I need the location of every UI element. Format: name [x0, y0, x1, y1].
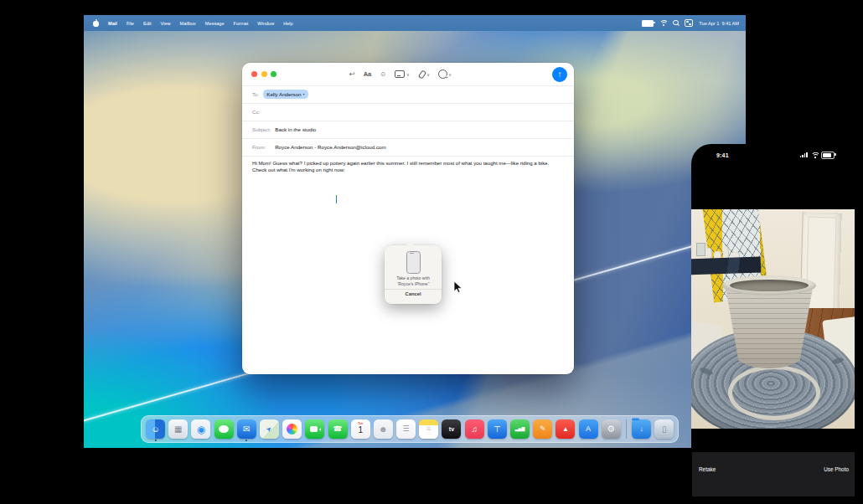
dock-contacts-icon[interactable]: ☻: [374, 419, 393, 439]
menu-window[interactable]: Window: [257, 21, 274, 26]
undo-icon[interactable]: ↩: [349, 71, 355, 78]
apple-menu-icon[interactable]: [93, 20, 99, 27]
toolbar-icons: ↩ Aa ☺ ∨ ∨ ∨: [349, 63, 452, 85]
emoji-icon[interactable]: ☺: [380, 71, 386, 78]
camera-action-bar: Retake Use Photo: [692, 452, 855, 496]
control-center-icon[interactable]: [685, 19, 693, 27]
keynote-glyph: ⊤: [494, 425, 501, 434]
dock-pages-icon[interactable]: ✎: [533, 419, 552, 439]
menu-help[interactable]: Help: [283, 21, 293, 26]
iphone-screen: 9:41 Retake Use Photo: [691, 144, 863, 504]
dock-safari-icon[interactable]: ◉: [191, 419, 210, 439]
dock-system-settings-icon[interactable]: ⚙: [602, 419, 621, 439]
recipient-name: Kelly Anderson: [266, 91, 301, 97]
search-icon[interactable]: [673, 20, 679, 26]
from-value: Royce Anderson - Royce.Anderson@icloud.c…: [275, 144, 386, 150]
to-recipient-token[interactable]: Kelly Anderson ▾: [263, 90, 307, 98]
launchpad-glyph: ▦: [174, 425, 182, 434]
format-icon[interactable]: Aa: [364, 70, 372, 78]
popup-divider: [385, 289, 442, 290]
chevron-down-icon: ∨: [406, 72, 410, 77]
contacts-glyph: ☻: [379, 425, 388, 434]
from-field-row[interactable]: From: Royce Anderson - Royce.Anderson@ic…: [242, 138, 574, 157]
maps-glyph: ➤: [265, 424, 273, 433]
popup-line2: “Royce’s iPhone”: [385, 281, 442, 287]
menu-view[interactable]: View: [161, 21, 171, 26]
subject-label: Subject:: [252, 126, 271, 132]
zoom-button[interactable]: [271, 71, 276, 77]
menu-edit[interactable]: Edit: [143, 21, 152, 26]
menu-mail[interactable]: Mail: [108, 21, 117, 26]
calendar-weekday: Tue: [351, 422, 370, 425]
dock-maps-icon[interactable]: ➤: [260, 419, 279, 439]
close-button[interactable]: [251, 71, 257, 77]
dock-phone-icon[interactable]: ☎: [328, 419, 348, 439]
mac-desktop: MailFileEditViewMailboxMessageFormatWind…: [84, 15, 746, 448]
subject-field-row[interactable]: Subject: Back in the studio: [242, 121, 574, 139]
wifi-icon[interactable]: [659, 20, 667, 26]
rocket-glyph: ▲: [562, 426, 569, 433]
running-indicator: [245, 440, 247, 441]
dock-calendar-icon[interactable]: Tue1: [351, 419, 370, 439]
dock: ☺▦◉✉➤☎Tue1☻☰≡tv♫⊤▃▅▇✎▲A⚙↓▯: [141, 415, 679, 443]
dock-finder-icon[interactable]: ☺: [146, 419, 165, 439]
use-photo-button[interactable]: Use Photo: [824, 466, 849, 472]
dock-numbers-icon[interactable]: ▃▅▇: [510, 419, 530, 439]
attach-button[interactable]: ∨: [418, 70, 430, 79]
menu-bar-clock[interactable]: Tue Apr 1 9:41 AM: [699, 21, 739, 26]
cc-field-row[interactable]: Cc:: [242, 103, 574, 121]
menu-bar-status: Tue Apr 1 9:41 AM: [642, 19, 746, 27]
mouse-cursor: [453, 281, 463, 295]
dock-downloads-icon[interactable]: ↓: [632, 419, 651, 439]
popup-text: Take a photo with “Royce’s iPhone”: [385, 275, 442, 288]
token-chevron-icon: ▾: [303, 92, 305, 96]
dock-rocket-icon[interactable]: ▲: [556, 419, 575, 439]
dock-tv-icon[interactable]: tv: [442, 419, 461, 439]
header-fields-icon: [395, 70, 405, 79]
dock-photos-icon[interactable]: [282, 419, 302, 439]
wifi-icon: [810, 152, 818, 157]
dock-music-icon[interactable]: ♫: [465, 419, 484, 439]
mail-compose-window: ↩ Aa ☺ ∨ ∨ ∨ ↑ To: Kel: [242, 63, 574, 374]
cellular-signal-icon: [800, 152, 808, 157]
clay-bowl: [725, 283, 814, 368]
dock-facetime-icon[interactable]: [305, 419, 324, 439]
dock-mail-icon[interactable]: ✉: [237, 419, 256, 439]
send-button[interactable]: ↑: [552, 67, 567, 82]
clay-bowl-rim: [722, 275, 816, 296]
iphone-status-bar: 9:41: [691, 149, 855, 161]
wheel-ring: [728, 365, 820, 420]
dock-keynote-icon[interactable]: ⊤: [488, 419, 507, 439]
cancel-button[interactable]: Cancel: [385, 291, 442, 296]
dock-app-store-icon[interactable]: A: [579, 419, 598, 439]
insert-photo-button[interactable]: ∨: [438, 69, 452, 79]
menu-bar-left: MailFileEditViewMailboxMessageFormatWind…: [84, 20, 293, 27]
dock-messages-icon[interactable]: [214, 419, 234, 439]
battery-icon[interactable]: [642, 20, 654, 27]
system-settings-glyph: ⚙: [607, 424, 615, 434]
menu-file[interactable]: File: [127, 21, 134, 26]
dock-reminders-icon[interactable]: ☰: [396, 419, 416, 439]
minimize-button[interactable]: [261, 71, 267, 77]
trash-glyph: ▯: [662, 425, 667, 434]
safari-glyph: ◉: [197, 424, 205, 435]
ceramic-vase: [723, 246, 729, 259]
message-body[interactable]: Hi Mom! Guess what? I picked up pottery …: [252, 160, 564, 173]
dock-trash-icon[interactable]: ▯: [654, 419, 674, 439]
cc-label: Cc:: [252, 109, 260, 115]
numbers-glyph: ▃▅▇: [515, 427, 525, 431]
mail-glyph: ✉: [243, 425, 250, 434]
small-picture-frame: [696, 243, 705, 256]
popup-line1: Take a photo with: [385, 275, 442, 281]
retake-button[interactable]: Retake: [699, 466, 716, 472]
menu-message[interactable]: Message: [205, 21, 225, 26]
dock-notes-icon[interactable]: ≡: [419, 419, 438, 439]
downloads-glyph: ↓: [639, 425, 643, 433]
dock-launchpad-icon[interactable]: ▦: [168, 419, 188, 439]
to-field-row[interactable]: To: Kelly Anderson ▾: [242, 85, 574, 104]
menu-format[interactable]: Format: [234, 21, 249, 26]
menu-mailbox[interactable]: Mailbox: [180, 21, 196, 26]
from-label: From:: [252, 144, 266, 150]
header-fields-button[interactable]: ∨: [395, 70, 409, 79]
studio-shelf: [691, 256, 761, 275]
